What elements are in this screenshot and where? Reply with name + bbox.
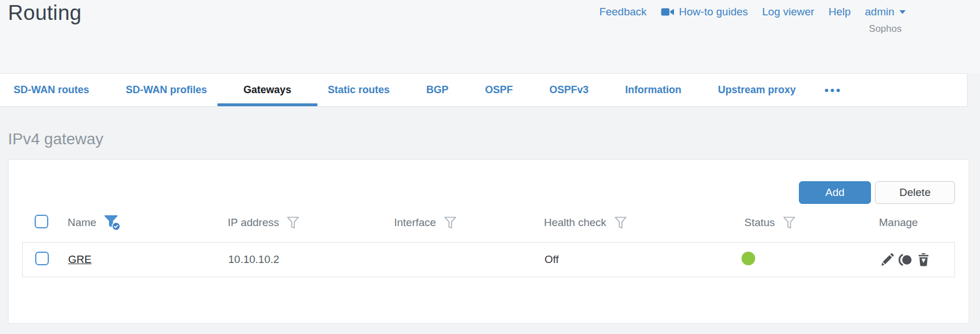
status-green-dot [742, 252, 755, 265]
row-checkbox[interactable] [35, 252, 49, 265]
log-viewer-label: Log viewer [762, 6, 814, 18]
gateway-name-link[interactable]: GRE [68, 253, 91, 265]
video-camera-icon [661, 7, 675, 17]
more-tabs-button[interactable]: ••• [819, 74, 848, 106]
gateway-ip-address: 10.10.10.2 [228, 253, 395, 266]
column-header-interface: Interface [394, 216, 436, 229]
ip-address-filter-icon[interactable] [286, 216, 300, 229]
page-header: Routing Feedback How-to guides Log viewe… [0, 0, 980, 73]
column-header-status: Status [744, 216, 775, 229]
column-header-health-check: Health check [544, 216, 606, 229]
delete-trash-icon[interactable] [916, 252, 931, 268]
column-header-name: Name [68, 216, 97, 229]
tab-upstream-proxy[interactable]: Upstream proxy [704, 74, 809, 106]
help-label: Help [828, 6, 851, 18]
feedback-link[interactable]: Feedback [599, 6, 646, 18]
tab-sd-wan-profiles[interactable]: SD-WAN profiles [112, 74, 220, 106]
tab-gateways[interactable]: Gateways [230, 74, 305, 106]
section-title: IPv4 gateway [8, 131, 980, 147]
delete-button[interactable]: Delete [875, 181, 955, 204]
tab-ospf[interactable]: OSPF [471, 74, 526, 106]
chevron-down-icon [899, 10, 906, 14]
manage-actions [880, 252, 954, 268]
table-row: GRE 10.10.10.2 Off [22, 242, 955, 277]
table-toolbar: Add Delete [22, 181, 955, 204]
toggle-status-eclipse-icon[interactable] [898, 252, 913, 268]
routing-tabbar: SD-WAN routes SD-WAN profiles Gateways S… [0, 73, 968, 107]
help-link[interactable]: Help [828, 6, 851, 18]
feedback-link-label: Feedback [599, 6, 646, 18]
edit-pencil-icon[interactable] [880, 252, 895, 268]
log-viewer-link[interactable]: Log viewer [762, 6, 814, 18]
tab-information[interactable]: Information [612, 74, 695, 106]
user-menu-label: admin [865, 6, 894, 18]
table-header-row: Name IP address Interface [22, 211, 955, 235]
page-title: Routing [8, 1, 82, 25]
column-header-ip-address: IP address [228, 216, 279, 229]
tab-static-routes[interactable]: Static routes [314, 74, 403, 106]
add-button[interactable]: Add [799, 181, 871, 204]
interface-filter-icon[interactable] [443, 216, 457, 229]
brand-label: Sophos [869, 23, 902, 35]
tab-ospfv3[interactable]: OSPFv3 [536, 74, 602, 106]
column-header-manage: Manage [879, 216, 918, 229]
name-filter-active-icon[interactable] [104, 215, 121, 231]
header-links: Feedback How-to guides Log viewer Help a… [599, 6, 906, 18]
gateway-health-check: Off [545, 253, 745, 266]
howto-guides-label: How-to guides [679, 6, 748, 18]
health-check-filter-icon[interactable] [614, 216, 627, 229]
status-filter-icon[interactable] [782, 216, 796, 229]
select-all-checkbox[interactable] [35, 215, 48, 228]
user-menu[interactable]: admin [865, 6, 906, 18]
tab-bgp[interactable]: BGP [413, 74, 462, 106]
gateway-table-card: Add Delete Name IP address [8, 159, 969, 324]
howto-guides-link[interactable]: How-to guides [661, 6, 748, 18]
tab-sd-wan-routes[interactable]: SD-WAN routes [0, 74, 103, 106]
